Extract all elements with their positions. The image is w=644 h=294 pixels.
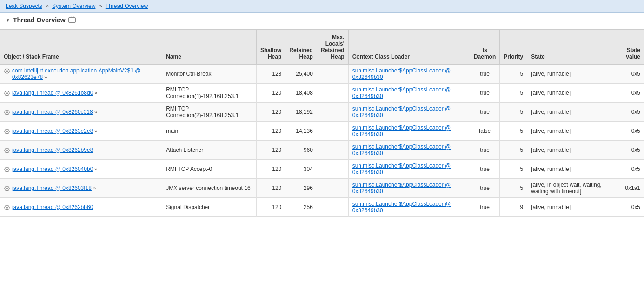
thread-table: Object / Stack Frame Name ShallowHeap Re…	[0, 29, 644, 217]
table-row: com.intellij.rt.execution.application.Ap…	[0, 64, 644, 84]
table-row: java.lang.Thread @ 0x82603f18 »JMX serve…	[0, 179, 644, 198]
cell-state: [alive, runnable]	[527, 160, 621, 179]
context-link[interactable]: sun.misc.Launcher$AppClassLoader @ 0x826…	[352, 124, 451, 137]
obj-link[interactable]: java.lang.Thread @ 0x82603f18	[12, 185, 92, 191]
breadcrumb-bar: Leak Suspects » System Overview » Thread…	[0, 0, 644, 13]
breadcrumb-sep1: »	[46, 3, 50, 9]
cell-statevalue: 0x5	[621, 122, 644, 141]
svg-point-51	[6, 169, 8, 170]
thread-icon	[4, 128, 10, 135]
cell-isdaemon: false	[470, 122, 499, 141]
cell-name: RMI TCP Connection(2)-192.168.253.1	[162, 103, 257, 122]
section-header: ▼ Thread Overview	[0, 13, 644, 27]
breadcrumb-system-overview[interactable]: System Overview	[52, 3, 95, 9]
cell-priority: 5	[500, 160, 527, 179]
cell-context: sun.misc.Launcher$AppClassLoader @ 0x826…	[348, 103, 470, 122]
cell-context: sun.misc.Launcher$AppClassLoader @ 0x826…	[348, 141, 470, 160]
snapshot-icon[interactable]	[68, 17, 76, 23]
cell-name: main	[162, 122, 257, 141]
cell-objframe: java.lang.Thread @ 0x826040b0 »	[0, 160, 162, 179]
cell-state: [alive, runnable]	[527, 84, 621, 103]
svg-point-41	[6, 150, 8, 151]
cell-priority: 9	[500, 198, 527, 217]
arrow-icon: »	[93, 128, 97, 134]
breadcrumb-thread-overview[interactable]: Thread Overview	[106, 3, 148, 9]
thread-icon	[4, 68, 10, 74]
cell-maxlocals	[317, 84, 348, 103]
cell-context: sun.misc.Launcher$AppClassLoader @ 0x826…	[348, 84, 470, 103]
cell-priority: 5	[500, 141, 527, 160]
obj-link[interactable]: com.intellij.rt.execution.application.Ap…	[12, 67, 140, 80]
breadcrumb-leak-suspects[interactable]: Leak Suspects	[6, 3, 42, 9]
context-link[interactable]: sun.misc.Launcher$AppClassLoader @ 0x826…	[352, 144, 451, 157]
cell-retained: 256	[285, 198, 317, 217]
cell-state: [alive, runnable]	[527, 64, 621, 84]
cell-name: Signal Dispatcher	[162, 198, 257, 217]
table-row: java.lang.Thread @ 0x8262b9e8Attach List…	[0, 141, 644, 160]
section-title: Thread Overview	[13, 16, 66, 24]
cell-context: sun.misc.Launcher$AppClassLoader @ 0x826…	[348, 122, 470, 141]
cell-statevalue: 0x5	[621, 141, 644, 160]
thread-icon	[4, 204, 10, 211]
svg-point-31	[6, 131, 8, 132]
cell-objframe: java.lang.Thread @ 0x82603f18 »	[0, 179, 162, 198]
cell-priority: 5	[500, 84, 527, 103]
arrow-icon: »	[93, 90, 97, 96]
cell-shallow: 120	[256, 198, 285, 217]
cell-name: Monitor Ctrl-Break	[162, 64, 257, 84]
obj-link[interactable]: java.lang.Thread @ 0x826040b0	[12, 166, 93, 172]
table-row: java.lang.Thread @ 0x8262bb60Signal Disp…	[0, 198, 644, 217]
cell-statevalue: 0x5	[621, 64, 644, 84]
cell-shallow: 120	[256, 160, 285, 179]
context-link[interactable]: sun.misc.Launcher$AppClassLoader @ 0x826…	[352, 163, 451, 176]
cell-retained: 960	[285, 141, 317, 160]
cell-maxlocals	[317, 179, 348, 198]
col-header-isdaemon: IsDaemon	[470, 30, 499, 64]
cell-priority: 5	[500, 64, 527, 84]
cell-state: [alive, in object wait, waiting, waiting…	[527, 179, 621, 198]
svg-point-21	[6, 111, 8, 113]
context-link[interactable]: sun.misc.Launcher$AppClassLoader @ 0x826…	[352, 201, 451, 214]
arrow-icon: »	[92, 185, 96, 191]
arrow-icon: »	[43, 74, 47, 80]
context-link[interactable]: sun.misc.Launcher$AppClassLoader @ 0x826…	[352, 105, 451, 118]
cell-statevalue: 0x5	[621, 160, 644, 179]
cell-retained: 304	[285, 160, 317, 179]
cell-statevalue: 0x5	[621, 84, 644, 103]
cell-maxlocals	[317, 198, 348, 217]
cell-objframe: java.lang.Thread @ 0x8262bb60	[0, 198, 162, 217]
col-header-statevalue: Statevalue	[621, 30, 644, 64]
table-row: java.lang.Thread @ 0x8263e2e8 »main12014…	[0, 122, 644, 141]
obj-link[interactable]: java.lang.Thread @ 0x8262b9e8	[12, 147, 93, 153]
cell-retained: 25,400	[285, 64, 317, 84]
cell-priority: 5	[500, 179, 527, 198]
obj-link[interactable]: java.lang.Thread @ 0x8262bb60	[12, 204, 93, 210]
cell-shallow: 120	[256, 122, 285, 141]
context-link[interactable]: sun.misc.Launcher$AppClassLoader @ 0x826…	[352, 182, 451, 195]
cell-retained: 18,408	[285, 84, 317, 103]
obj-link[interactable]: java.lang.Thread @ 0x8260c018	[12, 109, 93, 115]
cell-maxlocals	[317, 141, 348, 160]
cell-shallow: 120	[256, 179, 285, 198]
obj-link[interactable]: java.lang.Thread @ 0x8263e2e8	[12, 128, 93, 134]
col-header-name: Name	[162, 30, 257, 64]
svg-point-71	[6, 207, 8, 209]
cell-objframe: java.lang.Thread @ 0x8262b9e8	[0, 141, 162, 160]
svg-point-61	[6, 188, 8, 189]
arrow-icon: »	[93, 166, 97, 172]
context-link[interactable]: sun.misc.Launcher$AppClassLoader @ 0x826…	[352, 67, 451, 80]
cell-state: [alive, runnable]	[527, 103, 621, 122]
cell-isdaemon: true	[470, 198, 499, 217]
col-header-maxlocals: Max.Locals'RetainedHeap	[317, 30, 348, 64]
cell-name: Attach Listener	[162, 141, 257, 160]
table-row: java.lang.Thread @ 0x8260c018 »RMI TCP C…	[0, 103, 644, 122]
toggle-icon[interactable]: ▼	[6, 18, 10, 23]
cell-priority: 5	[500, 122, 527, 141]
obj-link[interactable]: java.lang.Thread @ 0x8261b8d0	[12, 90, 93, 96]
cell-state: [alive, runnable]	[527, 141, 621, 160]
cell-context: sun.misc.Launcher$AppClassLoader @ 0x826…	[348, 179, 470, 198]
context-link[interactable]: sun.misc.Launcher$AppClassLoader @ 0x826…	[352, 86, 451, 99]
cell-retained: 18,192	[285, 103, 317, 122]
cell-statevalue: 0x5	[621, 103, 644, 122]
cell-isdaemon: true	[470, 141, 499, 160]
